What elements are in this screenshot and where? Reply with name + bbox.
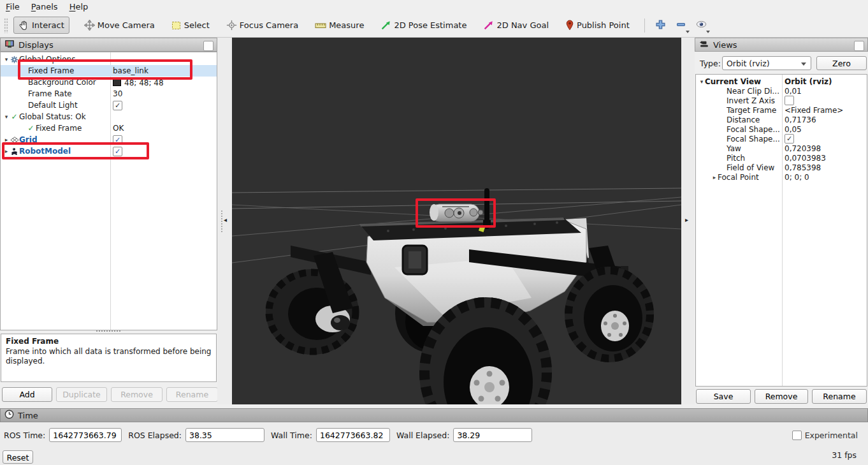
tool-visibility-eye-icon [695, 20, 707, 31]
tool-label: Select [184, 20, 210, 30]
collapse-left-arrow-icon[interactable]: ◂ [224, 216, 227, 223]
tree-row-focal-point[interactable]: ▸ Focal Point 0; 0; 0 [696, 172, 867, 182]
row-label: Fixed Frame [36, 124, 82, 133]
tree-row-current-view[interactable]: ▾ Current View Orbit (rviz) [696, 77, 867, 86]
tool-label: 2D Pose Estimate [394, 20, 467, 30]
tool-label: Move Camera [98, 20, 155, 30]
views-panel-header[interactable]: Views [695, 38, 868, 52]
tool-select-button[interactable]: Select [167, 18, 214, 33]
default-light-checkbox[interactable]: ✓ [113, 101, 122, 110]
tool-2d-nav-goal-button[interactable]: 2D Nav Goal [479, 17, 553, 33]
ros-elapsed-input[interactable] [185, 428, 264, 442]
row-value[interactable]: 0,785398 [785, 163, 821, 172]
menu-panels[interactable]: Panels [25, 1, 64, 13]
tool-2d-pose-estimate-button[interactable]: 2D Pose Estimate [376, 17, 471, 33]
tool-publish-point-button[interactable]: Publish Point [561, 17, 634, 33]
tree-row-focal-shape-fixed[interactable]: Focal Shape... ✓ [696, 134, 867, 144]
panel-float-button[interactable] [854, 41, 864, 51]
toolbar-drag-handle[interactable] [4, 18, 8, 33]
tool-visibility-button[interactable] [693, 17, 710, 34]
row-value[interactable]: 0; 0; 0 [785, 173, 809, 182]
row-value[interactable]: 0,05 [785, 125, 802, 134]
tree-row-frame-rate[interactable]: Frame Rate 30 [1, 88, 217, 100]
tree-row-focal-shape-size[interactable]: Focal Shape... 0,05 [696, 124, 867, 134]
tool-measure-button[interactable]: Measure [310, 18, 368, 33]
row-label: Invert Z Axis [727, 96, 775, 105]
add-tool-button[interactable] [653, 17, 669, 34]
add-tool-plus-icon [655, 19, 666, 32]
tree-row-fixed-frame-status[interactable]: ✓ Fixed Frame OK [1, 122, 217, 134]
tree-row-invert-z[interactable]: Invert Z Axis [696, 96, 867, 105]
tree-row-near-clip[interactable]: Near Clip Di... 0,01 [696, 86, 867, 96]
wall-elapsed-label: Wall Elapsed: [396, 431, 449, 440]
expander-collapsed-icon[interactable]: ▸ [711, 174, 718, 181]
type-label: Type: [700, 59, 721, 68]
toolbar-separator [644, 18, 645, 33]
invert-z-checkbox[interactable] [785, 96, 794, 105]
chevron-down-icon [801, 63, 806, 66]
remove-button[interactable]: Remove [755, 389, 808, 404]
tool-label: 2D Nav Goal [496, 20, 549, 30]
save-button[interactable]: Save [696, 389, 751, 404]
ros-time-input[interactable] [49, 428, 122, 442]
tool-move-camera-button[interactable]: Move Camera [80, 17, 159, 33]
tree-row-pitch[interactable]: Pitch 0,0703983 [696, 153, 867, 163]
wall-elapsed-input[interactable] [453, 428, 532, 442]
rename-button[interactable]: Rename [812, 389, 867, 404]
robot-front-camera [403, 246, 427, 274]
zero-button[interactable]: Zero [816, 56, 867, 70]
rename-button[interactable]: Rename [166, 387, 218, 402]
ros-elapsed-label: ROS Elapsed: [128, 431, 182, 440]
frame-rate-value[interactable]: 30 [113, 89, 122, 98]
right-panel-splitter[interactable]: ▸ [681, 38, 695, 404]
row-value[interactable]: 0,71736 [785, 115, 816, 124]
add-button[interactable]: Add [2, 387, 52, 402]
tool-interact-button[interactable]: Interact [13, 17, 69, 34]
view-type-dropdown[interactable]: Orbit (rviz) [722, 56, 811, 70]
tree-row-yaw[interactable]: Yaw 0,720398 [696, 144, 867, 153]
expander-expanded-icon[interactable]: ▾ [3, 56, 10, 63]
expander-expanded-icon[interactable]: ▾ [698, 78, 705, 85]
menu-file[interactable]: File [0, 1, 25, 13]
clock-icon [4, 410, 14, 421]
collapse-right-arrow-icon[interactable]: ▸ [685, 216, 688, 223]
annotation-sensor-highlight [416, 198, 496, 228]
experimental-toggle[interactable]: Experimental [792, 431, 858, 440]
tool-focus-camera-button[interactable]: Focus Camera [222, 17, 303, 33]
experimental-checkbox[interactable] [792, 431, 802, 440]
tree-row-global-status[interactable]: ▾ ✓ Global Status: Ok [1, 111, 217, 122]
ros-time-label: ROS Time: [4, 431, 45, 440]
expander-expanded-icon[interactable]: ▾ [3, 114, 10, 120]
wall-time-label: Wall Time: [271, 431, 312, 440]
tree-row-default-light[interactable]: Default Light ✓ [1, 100, 217, 111]
wall-time-input[interactable] [316, 428, 390, 442]
row-value[interactable]: <Fixed Frame> [785, 106, 843, 115]
panel-splitter-handle[interactable] [96, 330, 121, 333]
menu-help[interactable]: Help [64, 1, 94, 13]
tree-row-target-frame[interactable]: Target Frame <Fixed Frame> [696, 105, 867, 115]
duplicate-button[interactable]: Duplicate [56, 387, 107, 402]
row-label: Global Status: Ok [19, 112, 86, 121]
tool-label: Measure [329, 20, 364, 30]
row-value[interactable]: 0,01 [785, 87, 802, 96]
row-value: Orbit (rviz) [785, 77, 832, 86]
remove-button[interactable]: Remove [111, 387, 163, 402]
left-panel-splitter[interactable]: ◂ [217, 38, 232, 404]
tool-label: Focus Camera [240, 20, 298, 30]
remove-tool-button[interactable] [673, 17, 690, 34]
displays-panel-header[interactable]: Displays [0, 38, 217, 52]
tree-row-distance[interactable]: Distance 0,71736 [696, 115, 867, 124]
row-value[interactable]: 0,720398 [785, 144, 821, 153]
crosshair-icon [226, 20, 237, 31]
focal-shape-checkbox[interactable]: ✓ [785, 134, 794, 144]
panel-title: Displays [18, 40, 54, 50]
status-value: OK [113, 124, 124, 133]
views-camera-icon [699, 40, 709, 50]
panel-float-button[interactable] [203, 41, 213, 51]
time-panel-header[interactable]: Time [0, 408, 868, 422]
row-value[interactable]: 0,0703983 [785, 154, 826, 163]
reset-button[interactable]: Reset [3, 450, 33, 464]
ruler-icon [315, 21, 326, 30]
hand-icon [18, 20, 29, 31]
tree-row-field-of-view[interactable]: Field of View 0,785398 [696, 163, 867, 172]
